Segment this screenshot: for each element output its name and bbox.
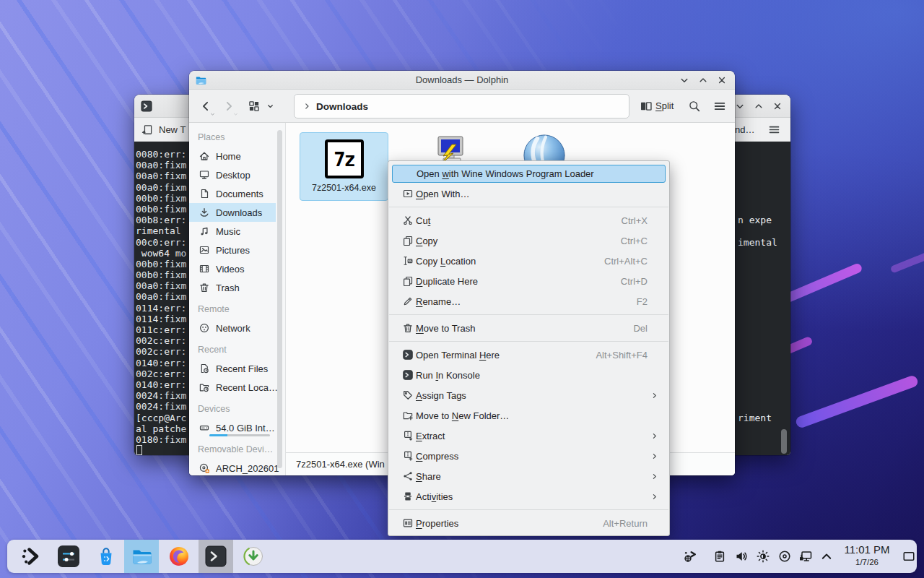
forward-caret-icon[interactable] [232,111,239,118]
sidebar-item-pictures[interactable]: Pictures [189,241,276,259]
maximize-button[interactable] [753,100,764,112]
menu-item-move-to-trash[interactable]: Move to TrashDel [388,318,669,338]
globe-transfer-icon[interactable] [683,549,697,564]
menu-item-properties[interactable]: PropertiesAlt+Return [388,513,669,533]
taskbar-konsole-icon[interactable] [205,545,227,567]
taskbar-discover-icon[interactable] [95,545,117,567]
menu-separator [389,314,668,315]
new-tab-button[interactable]: New T [159,124,186,135]
recent-file-icon [199,363,210,374]
terminal-line-fragment: n expe [738,215,772,225]
submenu-arrow-icon [650,452,659,461]
terminal-scrollbar[interactable] [781,429,787,454]
submenu-arrow-icon [650,492,659,501]
sidebar-item-arch-202601[interactable]: ARCH_202601 [189,459,276,475]
menu-item-run-in-konsole[interactable]: Run In Konsole [388,365,669,385]
file-label: 7z2501-x64.exe [312,183,376,193]
terminal-icon [402,369,414,381]
close-button[interactable] [716,74,728,86]
menu-item-label: Move to New Folder… [416,410,509,421]
menu-item-duplicate-here[interactable]: Duplicate HereCtrl+D [388,271,669,291]
sidebar-item-label: Recent Files [216,363,268,374]
konsole-app-icon [140,100,153,113]
menu-item-open-terminal-here[interactable]: Open Terminal HereAlt+Shift+F4 [388,345,669,365]
brightness-icon[interactable] [756,549,770,564]
back-caret-icon[interactable] [209,111,216,118]
menu-item-move-to-new-folder[interactable]: Move to New Folder… [388,405,669,426]
home-icon [199,150,210,162]
konsole-menu-icon[interactable] [768,124,780,136]
menu-separator [389,341,668,342]
clock-date: 1/7/26 [834,557,899,567]
menu-item-compress[interactable]: Compress [388,446,669,466]
sidebar-item-documents[interactable]: Documents [189,184,276,203]
minimize-button[interactable] [734,100,746,112]
close-button[interactable] [772,100,783,112]
menu-item-share[interactable]: Share [388,466,669,486]
search-icon[interactable] [688,100,701,113]
sidebar-item-label: Desktop [216,170,250,181]
sidebar-item-network[interactable]: Network [189,319,276,337]
disc-device-icon[interactable] [777,549,792,564]
menu-item-extract[interactable]: Extract [388,426,669,446]
taskbar-dolphin-icon[interactable] [131,545,152,567]
split-button[interactable]: Split [655,100,674,111]
sidebar-item-recent-loca[interactable]: Recent Loca… [189,378,276,397]
sidebar-item-home[interactable]: Home [189,147,276,165]
menu-item-copy-location[interactable]: Copy LocationCtrl+Alt+C [388,251,669,271]
wallpaper-pill [780,262,863,305]
terminal-line: rimental [136,225,186,236]
tag-icon [402,389,414,401]
sidebar-item-music[interactable]: Music [189,222,276,241]
display-network-icon[interactable] [798,549,813,564]
trash-icon [199,282,210,293]
sidebar-item-videos[interactable]: Videos [189,259,276,278]
minimize-button[interactable] [679,74,690,86]
sidebar-item-downloads[interactable]: Downloads [189,203,276,222]
view-mode-caret-icon[interactable] [266,102,275,111]
disc-icon [199,462,210,474]
taskbar-system-settings-icon[interactable] [58,545,79,567]
menu-item-assign-tags[interactable]: Assign Tags [388,385,669,405]
sidebar-item-desktop[interactable]: Desktop [189,165,276,184]
maximize-button[interactable] [697,74,709,86]
hamburger-menu-icon[interactable] [713,100,726,113]
split-icon[interactable] [640,100,653,113]
taskbar-firefox-icon[interactable] [168,545,190,567]
7zip-file-icon: 7z [325,139,364,178]
terminal-line-fragment: imental [738,237,777,248]
file-item-7z2501-x64-exe[interactable]: 7z7z2501-x64.exe [300,132,388,201]
view-mode-button[interactable] [248,100,261,113]
terminal-line: 00b0:fixm [136,259,186,269]
menu-item-label: Move to Trash [416,323,475,334]
terminal-line: 0140:err: [136,379,186,390]
properties-icon [402,517,414,529]
expand-tray-icon[interactable] [819,549,834,564]
menu-item-label: Activities [416,491,453,502]
share-icon [402,470,414,482]
breadcrumb[interactable]: Downloads [316,101,368,112]
network-icon [199,322,210,334]
menu-item-copy[interactable]: CopyCtrl+C [388,230,669,251]
sidebar-item-recent-files[interactable]: Recent Files [189,359,276,378]
menu-item-activities[interactable]: Activities [388,486,669,506]
menu-item-rename[interactable]: Rename…F2 [388,291,669,311]
truncated-toolbar-label[interactable]: nd… [735,124,754,135]
new-tab-icon[interactable] [141,124,154,136]
menu-item-cut[interactable]: CutCtrl+X [388,210,669,230]
volume-icon[interactable] [734,549,749,564]
show-desktop-button[interactable] [902,549,916,564]
clock[interactable]: 11:01 PM 1/7/26 [834,543,899,567]
places-scrollbar[interactable] [277,130,282,468]
sidebar-item-trash[interactable]: Trash [189,278,276,297]
dolphin-titlebar[interactable]: Downloads — Dolphin [189,71,735,90]
clipboard-icon[interactable] [712,549,727,564]
menu-item-open-with-wine-windows-program-loader[interactable]: Open with Wine Windows Program Loader [392,165,666,183]
copy-icon [402,275,414,287]
location-bar[interactable]: Downloads [294,94,629,118]
taskbar-app-launcher-icon[interactable] [20,545,42,567]
menu-item-open-with[interactable]: Open With… [388,184,669,204]
pictures-icon [199,244,210,256]
music-icon [199,225,210,237]
taskbar-download-manager-icon[interactable] [243,545,264,567]
